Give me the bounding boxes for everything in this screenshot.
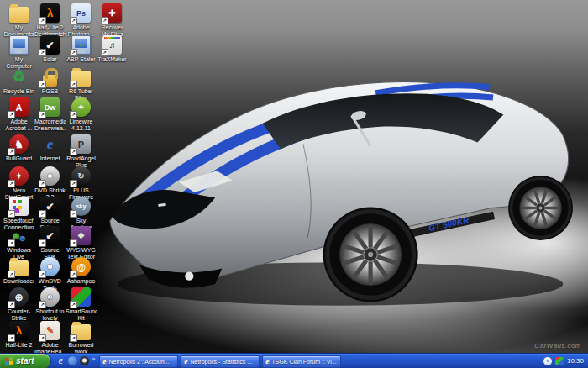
desktop-icon-traxmaker[interactable]: ♫↗TraXMaker: [97, 35, 128, 63]
desktop-icon-ashampoo[interactable]: @↗Ashampoo: [66, 257, 97, 285]
desktop-icon-recover-my-files[interactable]: ✚↗Recover My Files: [97, 3, 128, 38]
glyph: ♻: [9, 67, 29, 87]
desktop-icon-nero-startsmart[interactable]: ✦↗Nero StartSmart: [3, 166, 34, 201]
sourcedark-icon: ✔↗: [40, 35, 60, 55]
shortcut-arrow-badge: ↗: [8, 334, 15, 342]
desktop-icon-windows-live-messenger[interactable]: ☻☻↗Windows Live Messenger: [3, 226, 34, 260]
desktop-icon-label: BullGuard: [3, 155, 34, 162]
recover-icon: ✚↗: [102, 3, 122, 23]
shortcut-arrow-badge: ↗: [8, 301, 15, 308]
shortcut-arrow-badge: ↗: [39, 17, 46, 24]
start-button[interactable]: start: [0, 354, 50, 368]
shortcut-arrow-badge: ↗: [39, 239, 46, 247]
desktop-icon-label: Adobe Acrobat ...: [3, 118, 34, 132]
acrobat-icon: A↗: [9, 97, 29, 117]
desktop-icon-abp-staler[interactable]: ●↗ABP Staler: [66, 35, 97, 63]
quick-launch-overflow-chevron[interactable]: »: [92, 355, 95, 363]
internet-explorer-icon: e: [184, 357, 187, 365]
desktop-icon-label: Counter-Strike Source: [3, 308, 34, 322]
desktop-icon-label: Half-Life 2: [3, 342, 34, 349]
shortcut-arrow-badge: ↗: [39, 334, 46, 342]
desktop-icon-wysiwyg-text-editor[interactable]: ❖↗WYSIWYG Text Editor: [66, 226, 97, 260]
desktop-icon-downloaded[interactable]: ↗Downloaded: [3, 257, 34, 285]
desktop-icon-dvd-shrink-3-2[interactable]: ↗DVD Shrink 3.2: [34, 166, 66, 201]
desktop-icon-bullguard[interactable]: ♞↗BullGuard: [3, 134, 34, 162]
desktop-icon-adobe-photosh[interactable]: Ps↗Adobe Photosh...: [66, 3, 97, 38]
desktop-icon-internet[interactable]: eInternet: [34, 134, 66, 162]
desktop-icon-label: TraXMaker: [97, 56, 128, 63]
desktop-icon-shortcut-to-lovely-music[interactable]: ♪↗Shortcut to lovely Music: [34, 287, 66, 322]
quick-launch-bar: e »: [50, 354, 99, 368]
taskbar-window-button[interactable]: eTSGK Clan Forum :: Vi...: [262, 355, 341, 368]
desktop-icon-row: My Computer✔↗Solar●↗ABP Staler♫↗TraXMake…: [3, 35, 128, 70]
shortcut-arrow-badge: ↗: [70, 17, 77, 24]
tray-app-icon[interactable]: [555, 357, 564, 365]
shortcut-arrow-badge: ↗: [101, 17, 108, 24]
dw-icon: Dw↗: [40, 97, 60, 117]
shortcut-arrow-badge: ↗: [39, 111, 46, 118]
desktop-icon-recycle-bin[interactable]: ♻Recycle Bin: [3, 67, 34, 95]
wysiwyg-icon: ❖↗: [71, 226, 91, 245]
desktop-icon-row: ✦↗Nero StartSmart↗DVD Shrink 3.2↻↗PLUS F…: [3, 166, 97, 201]
lock-icon: ↗: [40, 67, 60, 87]
taskbar: start e » eNetropolis 2 : Accoun...eNetr…: [0, 353, 588, 368]
tray-hide-icons-chevron[interactable]: ‹: [543, 357, 552, 365]
nero-icon: ✦↗: [9, 166, 29, 186]
quick-launch-messenger-icon[interactable]: [68, 356, 77, 365]
shortcut-arrow-badge: ↗: [70, 334, 77, 342]
cs-icon: ⊕↗: [9, 287, 29, 307]
quick-launch-internet-explorer-icon[interactable]: e: [56, 356, 66, 365]
shortcut-arrow-badge: ↗: [8, 111, 15, 118]
desktop-icon-borrowed-work[interactable]: ↗Borrowed Work: [66, 321, 97, 355]
shortcut-arrow-badge: ↗: [39, 210, 46, 218]
quick-launch-media-player-icon[interactable]: [80, 356, 89, 365]
folder-icon: ↗: [9, 257, 29, 276]
sourcedark-icon: ✔↗: [40, 226, 60, 245]
window-button-title: Netropolis 2 : Accoun...: [108, 359, 169, 365]
shortcut-arrow-badge: ↗: [70, 271, 77, 278]
desktop-icon-half-life-2-deathmatch[interactable]: λ↗Half-Life 2 Deathmatch: [34, 3, 66, 38]
desktop-icon-adobe-imagerea[interactable]: ✎↗Adobe ImageRea...: [34, 321, 66, 355]
desktop-icon-macromedia-dreamwea[interactable]: Dw↗Macromedia Dreamwea...: [34, 97, 66, 132]
desktop-icon-my-documents[interactable]: My Documents: [3, 3, 34, 38]
window-button-title: TSGK Clan Forum :: Vi...: [271, 359, 336, 365]
discblue-icon: ↗: [40, 257, 60, 276]
desktop-icon-roadangel-plus[interactable]: P↗RoadAngel Plus: [66, 134, 97, 169]
lime-icon: ✦↗: [71, 97, 91, 117]
sourcedark-icon: ✔↗: [40, 197, 60, 216]
desktop-icon-plus-firmware-upgrade[interactable]: ↻↗PLUS Firmware Upgrade: [66, 166, 97, 201]
desktop-icon-windvd-tools[interactable]: ↗WinDVD Tools: [34, 257, 66, 292]
desktop-icon-source-sdk[interactable]: ✔↗Source SDK: [34, 226, 66, 260]
taskbar-window-button[interactable]: eNetropolis - Statistics ...: [181, 355, 260, 368]
desktop-icon-r6-tuber-files[interactable]: ↗R6 Tuber Files: [66, 67, 97, 102]
shortcut-arrow-badge: ↗: [8, 180, 15, 187]
front-wheel: [323, 208, 418, 302]
shortcut-arrow-badge: ↗: [70, 49, 77, 56]
music-icon: ♫↗: [102, 35, 122, 55]
shortcut-arrow-badge: ↗: [8, 271, 15, 278]
discmusic-icon: ♪↗: [40, 287, 60, 307]
taskbar-window-button[interactable]: eNetropolis 2 : Accoun...: [99, 355, 178, 368]
desktop-icon-label: Recycle Bin: [3, 88, 34, 95]
darkdisc-icon: ↻↗: [71, 166, 91, 186]
shortcut-arrow-badge: ↗: [70, 210, 77, 218]
glyph: e: [40, 134, 60, 154]
msn-icon: ☻☻↗: [9, 226, 29, 245]
desktop-icon-pgsb[interactable]: ↗PGSB: [34, 67, 66, 95]
shortcut-arrow-badge: ↗: [39, 49, 46, 56]
desktop-icon-smartsound-kit[interactable]: ↗SmartSound Kit: [66, 287, 97, 322]
mustang-car-wallpaper: GT 500KR: [86, 60, 586, 321]
rear-wheel: [508, 176, 573, 240]
desktop-icon-row: ⊕↗Counter-Strike Source♪↗Shortcut to lov…: [3, 287, 97, 322]
desktop-icon-my-computer[interactable]: My Computer: [3, 35, 34, 70]
desktop-icon-adobe-acrobat[interactable]: A↗Adobe Acrobat ...: [3, 97, 34, 132]
desktop-icon-counter-strike-source[interactable]: ⊕↗Counter-Strike Source: [3, 287, 34, 322]
shortcut-arrow-badge: ↗: [8, 210, 15, 218]
shortcut-arrow-badge: ↗: [39, 180, 46, 187]
desktop-icon-solar[interactable]: ✔↗Solar: [34, 35, 66, 63]
desktop-icon-half-life-2[interactable]: λ↗Half-Life 2: [3, 321, 34, 349]
desktop-icon-limewire-4-12-11[interactable]: ✦↗Limewire 4.12.11: [66, 97, 97, 132]
roadangel-icon: P↗: [71, 134, 91, 154]
folder-icon: [9, 3, 29, 23]
shortcut-arrow-badge: ↗: [39, 81, 46, 88]
